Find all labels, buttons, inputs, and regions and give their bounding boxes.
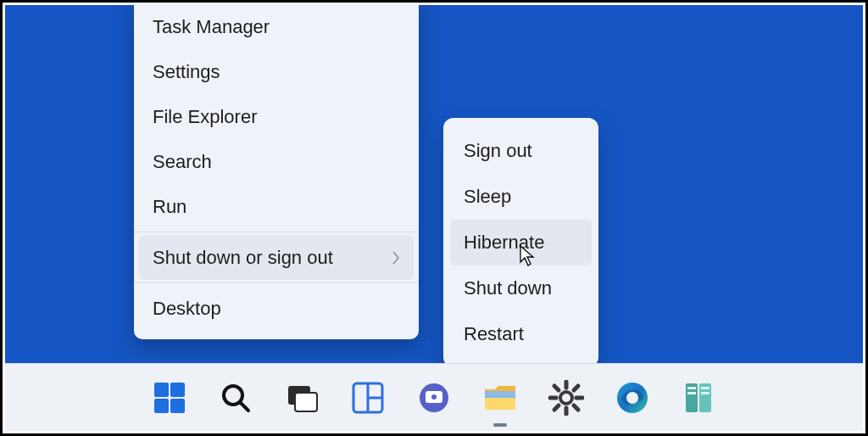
taskbar bbox=[5, 363, 863, 431]
task-view-icon bbox=[285, 381, 319, 415]
svg-point-26 bbox=[626, 392, 638, 404]
submenu-item-sign-out[interactable]: Sign out bbox=[450, 128, 592, 174]
winx-item-run[interactable]: Run bbox=[134, 184, 419, 229]
search-icon bbox=[219, 381, 253, 415]
winx-item-label: Run bbox=[153, 196, 186, 218]
winx-item-shutdown-signout[interactable]: Shut down or sign out bbox=[139, 235, 414, 280]
svg-rect-31 bbox=[701, 387, 709, 389]
svg-line-5 bbox=[240, 402, 248, 411]
svg-rect-29 bbox=[687, 387, 696, 389]
menu-separator bbox=[134, 232, 419, 232]
taskbar-search-button[interactable] bbox=[214, 376, 258, 420]
file-explorer-icon bbox=[481, 381, 519, 415]
edge-icon bbox=[615, 380, 650, 416]
winx-item-settings[interactable]: Settings bbox=[134, 49, 419, 94]
svg-point-16 bbox=[560, 392, 572, 404]
svg-line-23 bbox=[574, 386, 578, 390]
svg-point-13 bbox=[431, 394, 437, 400]
submenu-item-sleep[interactable]: Sleep bbox=[450, 174, 592, 220]
shutdown-submenu: Sign out Sleep Hibernate Shut down Resta… bbox=[443, 118, 598, 367]
taskbar-server-manager-button[interactable] bbox=[676, 376, 721, 420]
svg-line-22 bbox=[574, 405, 578, 410]
svg-rect-7 bbox=[295, 393, 317, 411]
svg-rect-15 bbox=[485, 391, 515, 398]
chevron-right-icon bbox=[392, 251, 400, 265]
svg-rect-32 bbox=[701, 392, 709, 394]
submenu-item-restart[interactable]: Restart bbox=[450, 311, 592, 357]
submenu-item-label: Hibernate bbox=[464, 232, 544, 254]
winx-item-label: Shut down or sign out bbox=[153, 247, 333, 269]
submenu-item-label: Shut down bbox=[464, 277, 552, 299]
submenu-item-label: Sleep bbox=[464, 186, 511, 208]
svg-rect-0 bbox=[154, 383, 169, 397]
server-manager-icon bbox=[681, 380, 716, 416]
submenu-item-shut-down[interactable]: Shut down bbox=[450, 266, 592, 311]
svg-rect-2 bbox=[154, 399, 169, 413]
taskbar-file-explorer-button[interactable] bbox=[478, 376, 522, 420]
submenu-item-hibernate[interactable]: Hibernate bbox=[450, 220, 592, 266]
chat-icon bbox=[417, 381, 451, 415]
winx-item-label: Settings bbox=[153, 61, 220, 83]
winx-item-search[interactable]: Search bbox=[134, 139, 419, 184]
winx-item-file-explorer[interactable]: File Explorer bbox=[134, 94, 419, 139]
submenu-item-label: Sign out bbox=[464, 140, 532, 162]
winx-item-task-manager[interactable]: Task Manager bbox=[134, 4, 419, 49]
taskbar-start-button[interactable] bbox=[147, 376, 192, 420]
taskbar-edge-button[interactable] bbox=[610, 376, 654, 420]
svg-rect-1 bbox=[170, 383, 185, 397]
svg-rect-30 bbox=[687, 392, 696, 394]
submenu-item-label: Restart bbox=[464, 323, 524, 345]
winx-item-label: Task Manager bbox=[153, 16, 270, 38]
taskbar-widgets-button[interactable] bbox=[346, 376, 390, 420]
menu-separator bbox=[134, 282, 419, 283]
start-icon bbox=[153, 381, 186, 415]
winx-menu: Task Manager Settings File Explorer Sear… bbox=[134, 0, 419, 339]
svg-line-24 bbox=[554, 405, 559, 410]
gear-icon bbox=[548, 380, 584, 416]
svg-rect-3 bbox=[170, 399, 185, 413]
winx-item-label: File Explorer bbox=[153, 106, 257, 128]
winx-item-label: Search bbox=[153, 151, 212, 173]
svg-line-21 bbox=[554, 386, 559, 390]
widgets-icon bbox=[351, 381, 385, 415]
taskbar-chat-button[interactable] bbox=[412, 376, 456, 420]
taskbar-task-view-button[interactable] bbox=[280, 376, 324, 420]
taskbar-settings-button[interactable] bbox=[544, 376, 588, 420]
winx-item-label: Desktop bbox=[153, 298, 221, 320]
winx-item-desktop[interactable]: Desktop bbox=[134, 286, 419, 331]
